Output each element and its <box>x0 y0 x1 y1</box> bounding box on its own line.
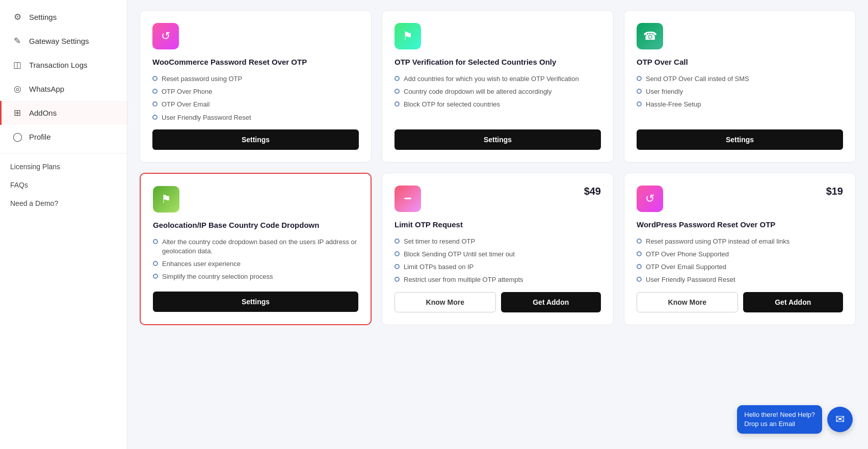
sidebar: ⚙ Settings ✎ Gateway Settings ◫ Transact… <box>0 0 127 449</box>
feature-item: OTP Over Phone Supported <box>637 250 843 259</box>
sidebar-item-profile-label: Profile <box>29 133 51 141</box>
sidebar-item-logs-label: Transaction Logs <box>29 61 88 69</box>
sidebar-item-need-demo[interactable]: Need a Demo? <box>0 194 127 213</box>
card-icon-wordpress: ↺ <box>637 186 663 212</box>
feature-dot-icon <box>394 101 400 107</box>
sidebar-item-faqs[interactable]: FAQs <box>0 176 127 194</box>
card-title-wordpress: WordPress Password Reset Over OTP <box>637 219 843 230</box>
chat-icon: ✉ <box>835 413 845 426</box>
card-price-limit-otp: $49 <box>584 186 601 197</box>
feature-item: Hassle-Free Setup <box>637 100 843 109</box>
feature-dot-icon <box>637 277 642 282</box>
feature-item: Alter the country code dropdown based on… <box>153 237 358 256</box>
feature-item: Reset password using OTP instead of emai… <box>637 237 843 246</box>
sidebar-item-whatsapp-label: WhatsApp <box>29 85 64 93</box>
feature-dot-icon <box>152 101 157 107</box>
card-features-otp-countries: Add countries for which you wish to enab… <box>394 74 601 122</box>
card-woocommerce-password-reset: ↺ WooCommerce Password Reset Over OTP Re… <box>140 10 372 163</box>
card-icon-otp-countries: ⚑ <box>394 23 421 49</box>
settings-button-geolocation[interactable]: Settings <box>153 292 358 312</box>
feature-item: OTP Over Email Supported <box>637 262 843 272</box>
card-title-limit-otp: Limit OTP Request <box>394 219 601 230</box>
feature-dot-icon <box>152 76 157 81</box>
sidebar-item-licensing-plans[interactable]: Licensing Plans <box>0 157 127 176</box>
sidebar-item-transaction-logs[interactable]: ◫ Transaction Logs <box>0 53 127 77</box>
feature-item: Block OTP for selected countries <box>394 100 601 109</box>
feature-dot-icon <box>637 264 642 269</box>
feature-dot-icon <box>153 261 158 266</box>
whatsapp-icon: ◎ <box>12 84 23 94</box>
feature-item: Restrict user from multiple OTP attempts <box>394 275 601 284</box>
get-addon-button-wordpress[interactable]: Get Addon <box>743 292 844 312</box>
card-features-geolocation: Alter the country code dropdown based on… <box>153 237 358 284</box>
chat-line2: Drop us an Email <box>744 419 815 429</box>
sidebar-item-settings-label: Settings <box>29 13 57 21</box>
feature-dot-icon <box>153 239 158 244</box>
sidebar-item-addons[interactable]: ⊞ AddOns <box>0 101 127 125</box>
get-addon-button-limit-otp[interactable]: Get Addon <box>501 292 601 312</box>
card-button-row-wordpress: Know More Get Addon <box>637 292 843 312</box>
chat-bubble: Hello there! Need Help? Drop us an Email <box>737 405 822 434</box>
card-icon-otp-call: ☎ <box>637 23 663 49</box>
card-features-wordpress: Reset password using OTP instead of emai… <box>637 237 843 285</box>
feature-item: Limit OTPs based on IP <box>394 262 601 272</box>
feature-item: Add countries for which you wish to enab… <box>394 74 601 84</box>
card-icon-woocommerce: ↺ <box>152 23 179 49</box>
card-title-woocommerce: WooCommerce Password Reset Over OTP <box>152 57 359 67</box>
card-features-otp-call: Send OTP Over Call insted of SMS User fr… <box>637 74 843 122</box>
chat-line1: Hello there! Need Help? <box>744 410 815 419</box>
sidebar-divider <box>0 153 127 153</box>
feature-item: OTP Over Email <box>152 100 359 109</box>
feature-dot-icon <box>394 76 400 81</box>
feature-dot-icon <box>394 264 400 269</box>
feature-item: Set timer to resend OTP <box>394 237 601 246</box>
feature-item: User Friendly Password Reset <box>152 113 359 122</box>
profile-icon: ◯ <box>12 131 23 142</box>
card-features-woocommerce: Reset password using OTP OTP Over Phone … <box>152 74 359 122</box>
card-title-otp-call: OTP Over Call <box>637 57 843 67</box>
settings-button-otp-countries[interactable]: Settings <box>394 129 601 150</box>
feature-item: Reset password using OTP <box>152 74 359 84</box>
card-geolocation: ⚑ Geolocation/IP Base Country Code Dropd… <box>140 173 372 325</box>
feature-dot-icon <box>637 239 642 244</box>
settings-button-woocommerce[interactable]: Settings <box>152 129 359 150</box>
card-icon-limit-otp: − <box>394 186 421 212</box>
chat-widget: Hello there! Need Help? Drop us an Email… <box>737 405 853 434</box>
feature-dot-icon <box>394 277 400 282</box>
sidebar-item-profile[interactable]: ◯ Profile <box>0 125 127 149</box>
main-content: ↺ WooCommerce Password Reset Over OTP Re… <box>127 0 868 449</box>
logs-icon: ◫ <box>12 60 23 70</box>
card-title-geolocation: Geolocation/IP Base Country Code Dropdow… <box>153 220 358 230</box>
card-otp-countries: ⚑ OTP Verification for Selected Countrie… <box>382 10 614 163</box>
sidebar-item-whatsapp[interactable]: ◎ WhatsApp <box>0 77 127 101</box>
sidebar-item-settings[interactable]: ⚙ Settings <box>0 5 127 29</box>
feature-dot-icon <box>394 89 400 94</box>
sidebar-item-gateway-settings[interactable]: ✎ Gateway Settings <box>0 29 127 53</box>
sidebar-item-addons-label: AddOns <box>29 109 57 117</box>
feature-item: Simplify the country selection process <box>153 272 358 281</box>
edit-icon: ✎ <box>12 36 23 46</box>
settings-icon: ⚙ <box>12 12 23 22</box>
feature-item: Block Sending OTP Until set timer out <box>394 250 601 259</box>
feature-dot-icon <box>153 274 158 279</box>
know-more-button-wordpress[interactable]: Know More <box>637 292 738 312</box>
feature-dot-icon <box>152 115 157 120</box>
card-button-row-limit-otp: Know More Get Addon <box>394 292 601 312</box>
feature-dot-icon <box>637 101 642 107</box>
addons-icon: ⊞ <box>12 108 23 118</box>
feature-item: User Friendly Password Reset <box>637 275 843 284</box>
card-limit-otp: − $49 Limit OTP Request Set timer to res… <box>382 173 614 325</box>
feature-item: Send OTP Over Call insted of SMS <box>637 74 843 84</box>
feature-dot-icon <box>394 239 400 244</box>
feature-item: Enhances user experience <box>153 259 358 269</box>
settings-button-otp-call[interactable]: Settings <box>637 129 843 150</box>
chat-open-button[interactable]: ✉ <box>827 407 853 432</box>
feature-dot-icon <box>637 251 642 256</box>
feature-item: Country code dropdown will be altered ac… <box>394 87 601 96</box>
know-more-button-limit-otp[interactable]: Know More <box>394 292 496 312</box>
feature-item: User friendly <box>637 87 843 96</box>
feature-dot-icon <box>637 89 642 94</box>
card-price-wordpress: $19 <box>826 186 843 197</box>
feature-dot-icon <box>637 76 642 81</box>
card-wordpress-password-reset: ↺ $19 WordPress Password Reset Over OTP … <box>624 173 856 325</box>
